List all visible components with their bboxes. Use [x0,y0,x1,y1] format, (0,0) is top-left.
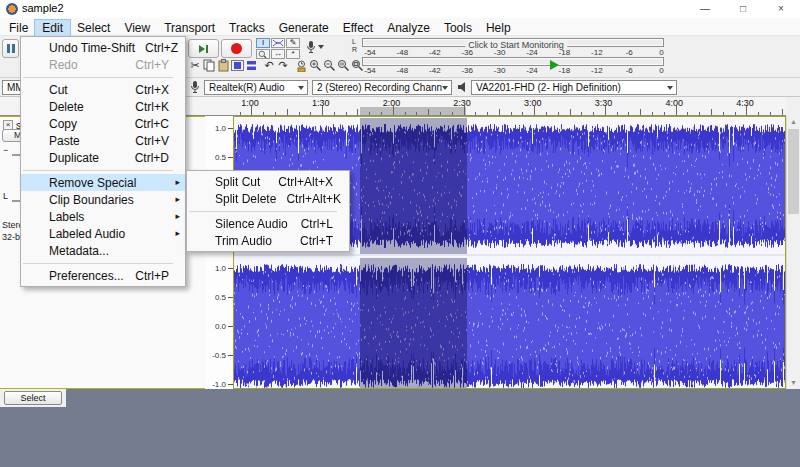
zoom-out-button[interactable] [322,58,336,73]
submenu-arrow-icon: ▸ [175,211,180,221]
recording-channels-dropdown[interactable]: 2 (Stereo) Recording Chann [312,80,452,95]
submenu-item[interactable]: Split Delete Ctrl+Alt+K ▸ [187,190,349,207]
meter-scale-number: 0 [659,48,663,57]
redo-button[interactable]: ↷ [276,58,290,73]
meter-dropdown-caret-icon[interactable] [318,45,324,52]
submenu-arrow-icon: ▸ [175,194,180,204]
recording-meter-mic-icon[interactable] [306,40,316,54]
timeline-label: 1:00 [241,98,259,108]
sync-lock-button[interactable] [294,58,308,73]
menubar-item[interactable]: Analyze [380,20,437,37]
edit-menu: Undo Time-Shift Ctrl+Z ▸ Redo Ctrl+Y ▸ ▸… [20,36,186,287]
menubar-item[interactable]: Select [70,20,117,37]
draw-tool-icon: ✎ [290,38,297,47]
skip-to-end-icon [198,44,210,54]
menubar-item[interactable]: Generate [272,20,336,37]
menu-item-shortcut: Ctrl+Z [135,41,178,55]
menu-item-label: Redo [49,58,78,72]
edit-menu-item[interactable]: Delete Ctrl+K ▸ [21,98,185,115]
edit-menu-item[interactable]: Clip Boundaries ▸ [21,191,185,208]
stereo-waveform[interactable] [234,117,785,388]
edit-menu-item[interactable]: Labels ▸ [21,208,185,225]
scroll-down-icon[interactable]: ▼ [787,377,800,389]
meter-scale-number: -18 [559,66,571,75]
paste-button[interactable] [216,58,230,73]
close-button[interactable]: × [762,0,800,18]
vertical-scale-ruler: 1.00.50.0-0.5-1.0 1.00.50.0-0.5-1.0 [205,116,233,389]
submenu-item[interactable]: Split Cut Ctrl+Alt+X ▸ [187,173,349,190]
dropdown-caret-icon [298,86,304,93]
skip-to-end-button[interactable] [188,39,219,58]
menu-item-label: Split Cut [215,175,260,189]
meter-scale-number: -6 [626,66,633,75]
menubar-item[interactable]: Help [479,20,518,37]
menu-item-label: Copy [49,117,77,131]
menubar-item[interactable]: Edit [35,20,70,37]
timeline-label: 2:30 [453,98,471,108]
timeline-label: 1:30 [312,98,330,108]
menu-item-label: Trim Audio [215,234,272,248]
pause-icon [7,44,15,53]
selection-tool-button[interactable]: I [256,38,270,48]
silence-audio-icon [245,60,258,71]
scroll-up-icon[interactable]: ▲ [787,116,800,128]
edit-menu-item[interactable]: Cut Ctrl+X ▸ [21,81,185,98]
meter-scale-number: -12 [591,48,603,57]
menubar-item[interactable]: View [117,20,157,37]
menubar-item[interactable]: Tracks [222,20,272,37]
undo-icon: ↶ [264,60,273,71]
submenu-item[interactable]: Trim Audio Ctrl+T ▸ [187,232,349,249]
zoom-in-button[interactable] [308,58,322,73]
timeshift-tool-icon: ↔ [274,49,282,58]
edit-menu-item[interactable]: Undo Time-Shift Ctrl+Z ▸ [21,39,185,56]
fit-selection-button[interactable] [336,58,350,73]
silence-audio-button[interactable] [244,58,258,73]
play-indicator-icon [550,60,559,70]
recording-device-dropdown[interactable]: Realtek(R) Audio [204,80,308,95]
menubar-item[interactable]: Tools [437,20,479,37]
menu-item-label: Remove Special [49,176,136,190]
edit-menu-item[interactable]: Copy Ctrl+C ▸ [21,115,185,132]
minimize-button[interactable]: — [686,0,724,18]
pause-button[interactable] [2,39,19,58]
record-button[interactable] [221,39,252,58]
edit-menu-item: ▸ [21,73,185,81]
envelope-tool-button[interactable] [271,38,285,48]
timeline-label: 2:00 [383,98,401,108]
edit-menu-item[interactable]: Labeled Audio ▸ [21,225,185,242]
amplitude-label: 1.0 [215,124,226,133]
edit-menu-item[interactable]: Remove Special ▸ [21,174,185,191]
track-select-button[interactable]: Select [4,391,62,405]
menu-item-label: Clip Boundaries [49,193,134,207]
edit-menu-item[interactable]: Paste Ctrl+V ▸ [21,132,185,149]
monitoring-hint[interactable]: Click to Start Monitoring [465,40,567,50]
maximize-button[interactable]: □ [724,0,762,18]
trim-audio-button[interactable] [230,58,244,73]
window-title: sample2 [22,2,64,14]
edit-menu-item[interactable]: Redo Ctrl+Y ▸ [21,56,185,73]
fit-selection-icon [337,59,350,72]
submenu-item[interactable]: Silence Audio Ctrl+L ▸ [187,215,349,232]
undo-button[interactable]: ↶ [262,58,276,73]
playback-device-dropdown[interactable]: VA2201-FHD (2- High Definition) [471,80,677,95]
edit-menu-item[interactable]: Duplicate Ctrl+D ▸ [21,149,185,166]
playback-meter-bars[interactable] [362,57,664,66]
amplitude-label: -0.5 [212,351,226,360]
menubar-item[interactable]: File [2,20,35,37]
copy-button[interactable] [202,58,216,73]
selection-tool-icon: I [262,38,264,47]
meter-scale-number: 0 [659,66,663,75]
scrollbar-thumb[interactable] [788,129,799,214]
draw-tool-button[interactable]: ✎ [286,38,300,48]
cut-button[interactable]: ✂ [188,58,202,73]
gain-slider-min-label: − [3,145,8,155]
redo-icon: ↷ [278,60,287,71]
vertical-scrollbar[interactable]: ▲ ▼ [786,116,800,389]
audacity-logo-icon [6,3,18,15]
menubar-item[interactable]: Transport [157,20,222,37]
edit-menu-item[interactable]: Preferences... Ctrl+P ▸ [21,267,185,284]
edit-menu-item[interactable]: Metadata... ▸ [21,242,185,259]
record-icon [231,43,242,54]
menubar-item[interactable]: Effect [336,20,380,37]
menu-item-shortcut: Ctrl+Y [125,58,169,72]
